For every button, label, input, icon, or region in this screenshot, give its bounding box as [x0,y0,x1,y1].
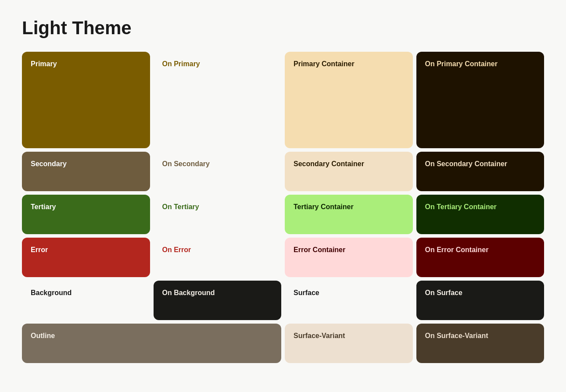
color-cell-0-1: On Primary [154,52,282,148]
color-cell-3-0: Error [22,238,150,277]
color-cell-1-3: On Secondary Container [416,152,545,191]
color-cell-0-2: Primary Container [285,52,413,148]
color-cell-4-2: Surface [285,281,413,320]
color-cell-label: Primary [31,60,57,69]
color-cell-label: Error [31,246,48,255]
color-cell-5-2: On Surface-Variant [416,324,545,363]
color-cell-label: Primary Container [294,60,355,69]
color-cell-label: On Tertiary [162,203,199,212]
color-cell-label: On Error Container [425,246,489,255]
color-cell-3-2: Error Container [285,238,413,277]
color-cell-label: Tertiary [31,203,56,212]
color-cell-0-3: On Primary Container [416,52,545,148]
color-cell-1-1: On Secondary [154,152,282,191]
color-cell-label: Surface [294,289,319,298]
color-cell-3-1: On Error [154,238,282,277]
color-cell-2-0: Tertiary [22,195,150,234]
color-cell-2-1: On Tertiary [154,195,282,234]
color-cell-3-3: On Error Container [416,238,545,277]
color-cell-5-1: Surface-Variant [285,324,413,363]
color-cell-5-0: Outline [22,324,281,363]
color-cell-label: Surface-Variant [294,331,345,341]
color-cell-label: On Surface-Variant [425,331,488,341]
color-cell-label: Tertiary Container [294,203,354,212]
color-cell-label: On Primary Container [425,60,498,69]
color-grid: PrimaryOn PrimaryPrimary ContainerOn Pri… [22,52,544,363]
color-cell-label: Outline [31,331,55,341]
color-cell-2-2: Tertiary Container [285,195,413,234]
color-cell-label: Secondary Container [294,160,364,169]
color-cell-label: On Primary [162,60,200,69]
color-cell-4-1: On Background [154,281,282,320]
color-cell-0-0: Primary [22,52,150,148]
color-cell-label: On Error [162,246,191,255]
page-title: Light Theme [22,18,544,39]
color-cell-1-2: Secondary Container [285,152,413,191]
color-cell-label: Error Container [294,246,345,255]
color-cell-label: On Surface [425,289,462,298]
color-cell-label: On Background [162,289,215,298]
color-cell-label: On Secondary Container [425,160,508,169]
color-cell-label: On Secondary [162,160,210,169]
color-cell-label: Background [31,289,72,298]
color-cell-4-0: Background [22,281,150,320]
color-cell-1-0: Secondary [22,152,150,191]
color-cell-label: On Tertiary Container [425,203,497,212]
color-cell-label: Secondary [31,160,67,169]
color-cell-2-3: On Tertiary Container [416,195,545,234]
color-cell-4-3: On Surface [416,281,545,320]
